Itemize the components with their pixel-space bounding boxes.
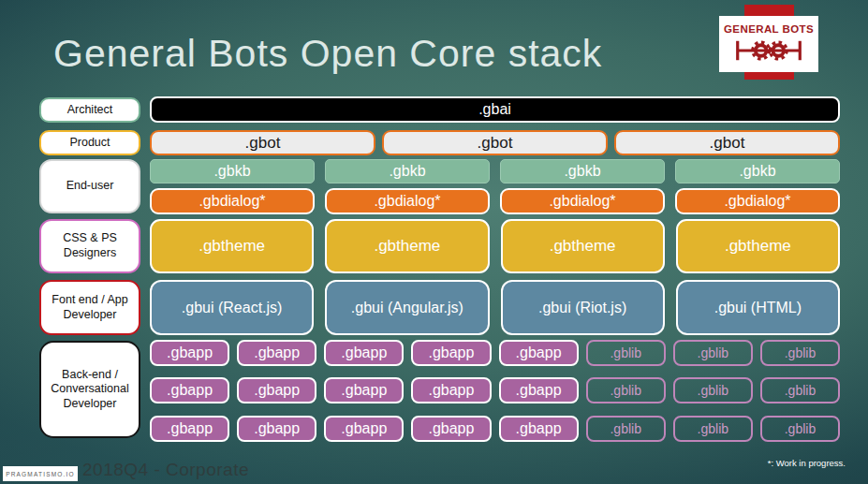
- gbapp-box: .gbapp: [150, 340, 229, 366]
- page-title: General Bots Open Core stack: [53, 32, 602, 76]
- gbapp-box: .gbapp: [150, 416, 229, 442]
- gbapp-box: .gbapp: [411, 340, 491, 366]
- gbapp-box: .gbapp: [499, 377, 579, 403]
- slide-caption: 2018Q4 - Corporate: [82, 460, 249, 480]
- role-label-text: Font end / App Developer: [48, 293, 132, 322]
- role-label-text: CSS & PS Designers: [48, 231, 132, 260]
- gbkb-box: .gbkb: [150, 159, 315, 183]
- gbapp-box: .gbapp: [150, 377, 229, 403]
- gbui-row: .gbui (React.js) .gbui (Angular.js) .gbu…: [150, 280, 840, 335]
- gbdialog-box: .gbdialog*: [150, 188, 315, 214]
- gblib-box: .gblib: [586, 340, 666, 366]
- backend-row-2: .gbapp .gbapp .gbapp .gbapp .gbapp .gbli…: [150, 377, 840, 403]
- gblib-box: .gblib: [673, 416, 753, 442]
- gbapp-box: .gbapp: [237, 377, 316, 403]
- backend-row-1: .gbapp .gbapp .gbapp .gbapp .gbapp .gbli…: [150, 340, 840, 366]
- work-in-progress-note: *: Work in progress.: [768, 458, 846, 468]
- gbdialog-row: .gbdialog* .gbdialog* .gbdialog* .gbdial…: [150, 188, 840, 214]
- gbtheme-row: .gbtheme .gbtheme .gbtheme .gbtheme: [150, 219, 840, 273]
- gbapp-box: .gbapp: [499, 416, 579, 442]
- gbai-box: .gbai: [150, 96, 840, 123]
- general-bots-logo: GENERAL BOTS: [719, 16, 818, 72]
- gbot-row: .gbot .gbot .gbot: [150, 130, 840, 155]
- role-label-text: Product: [69, 136, 110, 151]
- backend-row-3: .gbapp .gbapp .gbapp .gbapp .gbapp .gbli…: [150, 416, 840, 442]
- gbui-angular-box: .gbui (Angular.js): [325, 280, 489, 335]
- gbapp-box: .gbapp: [237, 340, 316, 366]
- gbot-box: .gbot: [614, 130, 840, 155]
- gblib-box: .gblib: [673, 340, 753, 366]
- role-label-architect: Architect: [39, 97, 140, 123]
- gbtheme-box: .gbtheme: [676, 219, 840, 273]
- gbdialog-box: .gbdialog*: [500, 188, 665, 214]
- gbapp-box: .gbapp: [324, 416, 404, 442]
- gbtheme-box: .gbtheme: [501, 219, 665, 273]
- gblib-box: .gblib: [586, 377, 666, 403]
- gbkb-box: .gbkb: [675, 159, 840, 183]
- role-label-end-user: End-user: [39, 159, 140, 213]
- gbapp-box: .gbapp: [411, 416, 491, 442]
- gbdialog-box: .gbdialog*: [675, 188, 840, 214]
- gblib-box: .gblib: [586, 416, 666, 442]
- role-label-text: End-user: [66, 179, 114, 194]
- role-label-css-ps-designers: CSS & PS Designers: [39, 219, 140, 273]
- slide: General Bots Open Core stack GENERAL BOT…: [0, 0, 868, 484]
- gbkb-box: .gbkb: [325, 159, 490, 183]
- role-label-back-end-conversational-developer: Back-end / Conversational Developer: [39, 341, 140, 438]
- gbot-box: .gbot: [382, 130, 608, 155]
- gbot-box: .gbot: [150, 130, 375, 155]
- gbui-riot-box: .gbui (Riot.js): [501, 280, 665, 335]
- gbui-html-box: .gbui (HTML): [676, 280, 840, 335]
- gbapp-box: .gbapp: [324, 377, 404, 403]
- gbai-row: .gbai: [150, 96, 840, 123]
- role-label-front-end-app-developer: Font end / App Developer: [39, 280, 140, 335]
- gbkb-row: .gbkb .gbkb .gbkb .gbkb: [150, 159, 840, 183]
- pragmatismo-badge: PRAGMATISMO.IO: [3, 466, 78, 481]
- role-label-product: Product: [39, 130, 140, 155]
- gbkb-box: .gbkb: [500, 159, 665, 183]
- gblib-box: .gblib: [673, 377, 753, 403]
- gbapp-box: .gbapp: [324, 340, 404, 366]
- gbtheme-box: .gbtheme: [325, 219, 489, 273]
- gbdialog-box: .gbdialog*: [325, 188, 490, 214]
- gbui-react-box: .gbui (React.js): [150, 280, 314, 335]
- gblib-box: .gblib: [760, 416, 840, 442]
- role-label-text: Architect: [67, 103, 113, 118]
- gears-icon: [732, 36, 805, 66]
- gblib-box: .gblib: [760, 377, 840, 403]
- gbapp-box: .gbapp: [411, 377, 491, 403]
- gbtheme-box: .gbtheme: [150, 219, 314, 273]
- gbapp-box: .gbapp: [237, 416, 316, 442]
- logo-wordmark: GENERAL BOTS: [724, 23, 814, 35]
- role-label-text: Back-end / Conversational Developer: [48, 368, 132, 412]
- gblib-box: .gblib: [760, 340, 840, 366]
- gbapp-box: .gbapp: [499, 340, 579, 366]
